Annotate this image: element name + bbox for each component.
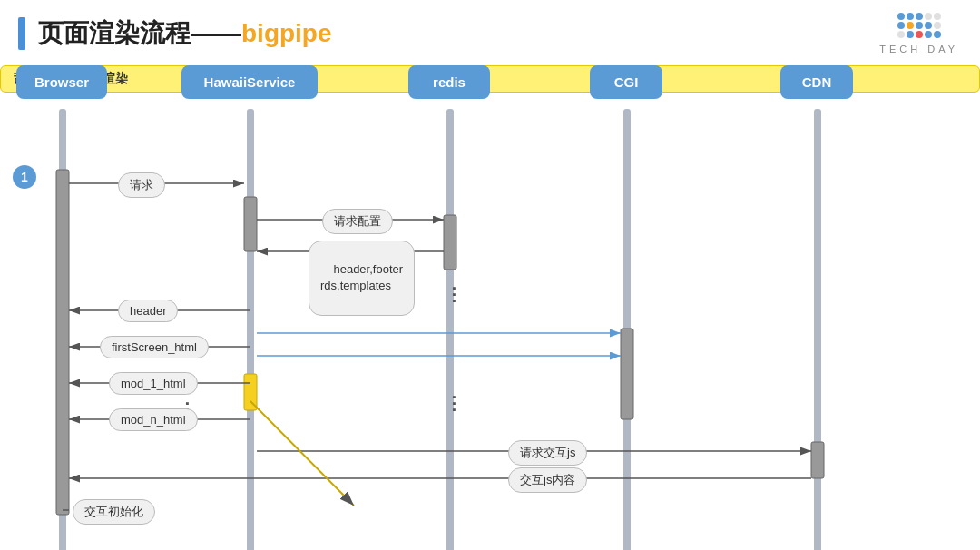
vdots-1: ⋮ [445,283,463,305]
svg-rect-2 [446,109,454,550]
diagram: Browser HawaiiService redis CGI CDN 1 [0,65,980,550]
msg-header: header [118,300,178,322]
page-title: 页面渲染流程——bigpipe [38,16,332,51]
svg-rect-9 [621,329,633,419]
msg-init: 交互初始化 [73,499,155,525]
svg-line-25 [250,401,354,506]
msg-js-content: 交互js内容 [508,467,587,493]
vdots-2: ⋮ [445,392,463,414]
svg-rect-6 [244,197,257,251]
msg-modn: mod_n_html [109,408,198,431]
msg-firstscreen: firstScreen_html [100,336,209,358]
svg-rect-8 [444,215,456,270]
title-accent [18,17,25,50]
msg-req: 请求 [118,172,165,198]
svg-rect-5 [56,170,69,515]
header-bar: 页面渲染流程——bigpipe [0,0,980,60]
logo-text: TECH DAY [879,44,958,54]
logo: TECH DAY [879,13,958,54]
msg-mod1: mod_1_html [109,372,198,395]
svg-rect-10 [811,442,824,478]
msg-header-footer: header,footer rds,templates [309,241,415,316]
svg-rect-4 [814,109,821,550]
logo-dots [897,13,941,38]
svg-rect-1 [247,109,254,550]
msg-req-js: 请求交互js [508,440,587,466]
msg-req-config: 请求配置 [322,209,393,234]
